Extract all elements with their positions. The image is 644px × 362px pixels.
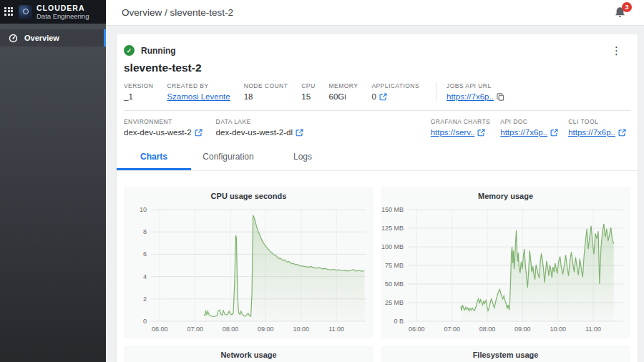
svg-text:25 MB: 25 MB [385, 299, 404, 306]
charts-grid: CPU usage seconds 06:0007:0008:0009:0010… [124, 171, 630, 362]
external-link-icon[interactable] [618, 129, 626, 137]
svg-text:150 MB: 150 MB [381, 206, 404, 213]
chart-title: Filesystem usage [381, 351, 630, 362]
meta-cli-tool: CLI TOOL https://7x6p.. [568, 118, 626, 137]
top-bar: Overview / slevente-test-2 3 [106, 0, 644, 26]
status-label: Running [141, 46, 176, 56]
svg-text:125 MB: 125 MB [381, 225, 404, 232]
cluster-meta-row: VERSION _1 CREATED BY Szamosi Levente NO… [124, 82, 630, 101]
sidebar-item-overview[interactable]: Overview [0, 29, 106, 47]
api-doc-link[interactable]: https://7x6p.. [500, 128, 547, 137]
svg-text:0 B: 0 B [394, 318, 404, 325]
chart-title: Memory usage [381, 192, 630, 204]
svg-text:50 MB: 50 MB [385, 280, 404, 288]
meta-memory: MEMORY 60Gi [329, 82, 358, 101]
meta-version: VERSION _1 [124, 82, 153, 101]
gauge-icon [9, 34, 18, 43]
brand-product: Data Engineering [36, 12, 89, 20]
resources-links: GRAFANA CHARTS https://serv.. API DOC ht… [421, 118, 626, 137]
external-link-icon[interactable] [550, 129, 558, 137]
copy-icon[interactable] [497, 93, 504, 101]
resources-row: ENVIRONMENT dex-dev-us-west-2 DATA LAKE … [124, 118, 630, 137]
memory-usage-chart[interactable]: 06:0007:0008:0009:0010:0011:000 B25 MB50… [381, 204, 630, 338]
meta-cpu: CPU 15 [301, 82, 315, 101]
tab-logs[interactable]: Logs [265, 146, 340, 170]
section-divider [124, 110, 630, 111]
meta-jobs-api-url: JOBS API URL https://7x6p.. [436, 82, 504, 101]
chart-panel-network-usage: Network usage 5 MB [124, 346, 374, 362]
cluster-card: ✓ Running ⋮ slevente-test-2 VERSION _1 C… [117, 34, 638, 362]
svg-text:8: 8 [143, 228, 147, 235]
cpu-usage-chart[interactable]: 06:0007:0008:0009:0010:0011:000246810 [124, 204, 374, 338]
created-by-link[interactable]: Szamosi Levente [167, 92, 230, 101]
meta-api-doc: API DOC https://7x6p.. [500, 118, 558, 137]
cloudera-logo-icon[interactable] [19, 5, 32, 19]
sidebar-item-label: Overview [24, 34, 59, 42]
svg-text:11:00: 11:00 [585, 326, 601, 333]
chart-title: CPU usage seconds [124, 192, 374, 204]
svg-text:06:00: 06:00 [409, 326, 425, 333]
svg-text:11:00: 11:00 [328, 326, 344, 333]
status-row: ✓ Running ⋮ [124, 45, 630, 56]
svg-text:08:00: 08:00 [223, 326, 239, 333]
meta-created-by: CREATED BY Szamosi Levente [167, 82, 230, 101]
main-area: Overview / slevente-test-2 3 ✓ Running ⋮… [106, 0, 644, 362]
cli-tool-link[interactable]: https://7x6p.. [568, 128, 615, 137]
svg-text:4: 4 [143, 273, 147, 280]
svg-text:10:00: 10:00 [293, 326, 309, 333]
svg-text:07:00: 07:00 [187, 326, 203, 333]
svg-text:2: 2 [143, 295, 147, 303]
svg-text:10: 10 [140, 206, 147, 213]
meta-node-count: NODE COUNT 18 [244, 82, 288, 101]
tab-bar: Charts Configuration Logs [117, 146, 638, 171]
meta-environment: ENVIRONMENT dex-dev-us-west-2 [124, 118, 203, 137]
svg-text:75 MB: 75 MB [385, 262, 404, 269]
external-link-icon[interactable] [296, 129, 303, 137]
sidebar: CLOUDERA Data Engineering Overview [0, 0, 106, 362]
svg-text:07:00: 07:00 [444, 326, 460, 333]
svg-text:09:00: 09:00 [258, 326, 274, 333]
check-circle-icon: ✓ [124, 45, 135, 56]
kebab-menu-icon[interactable]: ⋮ [611, 46, 622, 56]
sidebar-header: CLOUDERA Data Engineering [0, 0, 106, 24]
chart-panel-memory-usage: Memory usage 06:0007:0008:0009:0010:0011… [381, 187, 630, 338]
svg-text:0: 0 [143, 318, 147, 325]
svg-text:06:00: 06:00 [152, 326, 168, 333]
cluster-name: slevente-test-2 [124, 62, 630, 74]
svg-text:09:00: 09:00 [514, 326, 531, 333]
meta-applications: APPLICATIONS 0 [371, 82, 419, 101]
brand-block: CLOUDERA Data Engineering [36, 4, 89, 20]
breadcrumb: Overview / slevente-test-2 [122, 7, 233, 18]
app-root: CLOUDERA Data Engineering Overview Overv… [0, 0, 644, 362]
chart-title: Network usage [124, 351, 374, 362]
notification-badge: 3 [622, 2, 632, 12]
brand-name: CLOUDERA [36, 4, 89, 12]
chart-panel-cpu-usage: CPU usage seconds 06:0007:0008:0009:0010… [124, 187, 374, 338]
meta-grafana-charts: GRAFANA CHARTS https://serv.. [431, 118, 491, 137]
app-launcher-grid-icon[interactable] [4, 7, 14, 17]
meta-data-lake: DATA LAKE dex-dev-us-west-2-dl [216, 118, 303, 137]
grafana-charts-link[interactable]: https://serv.. [431, 128, 475, 137]
page-content: ✓ Running ⋮ slevente-test-2 VERSION _1 C… [106, 26, 644, 362]
external-link-icon[interactable] [379, 93, 387, 101]
notifications-bell[interactable]: 3 [614, 6, 627, 19]
tab-charts[interactable]: Charts [117, 146, 191, 170]
tab-configuration[interactable]: Configuration [191, 146, 265, 170]
svg-text:6: 6 [143, 250, 147, 258]
sidebar-nav: Overview [0, 29, 106, 47]
svg-text:10:00: 10:00 [550, 326, 566, 333]
external-link-icon[interactable] [477, 129, 485, 137]
svg-text:100 MB: 100 MB [381, 243, 404, 250]
svg-text:08:00: 08:00 [479, 326, 496, 333]
jobs-api-url-link[interactable]: https://7x6p.. [447, 92, 494, 101]
external-link-icon[interactable] [195, 129, 203, 137]
chart-panel-filesystem-usage: Filesystem usage 20 K [381, 346, 630, 362]
